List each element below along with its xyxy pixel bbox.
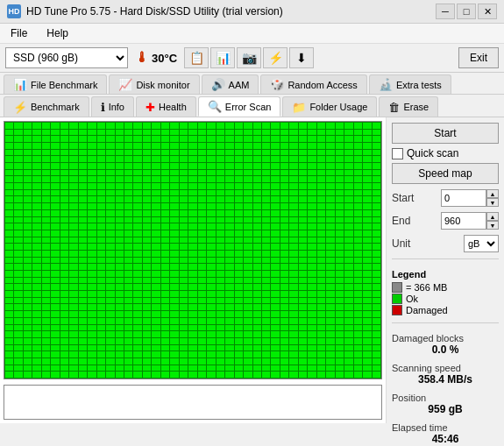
end-spin-buttons: ▲ ▼: [486, 212, 499, 230]
grid-cell: [97, 163, 105, 169]
grid-cell: [207, 358, 215, 365]
grid-cell: [344, 217, 352, 223]
tab-erase[interactable]: 🗑 Erase: [379, 96, 438, 117]
chart-icon-btn[interactable]: 📊: [210, 47, 235, 68]
grid-cell: [354, 183, 362, 189]
grid-cell: [79, 372, 87, 378]
quick-scan-checkbox[interactable]: [392, 148, 403, 159]
grid-cell: [289, 325, 297, 331]
grid-cell: [51, 150, 59, 156]
grid-cell: [143, 156, 151, 162]
tab-info[interactable]: ℹ Info: [91, 96, 134, 117]
grid-cell: [170, 264, 178, 270]
maximize-button[interactable]: □: [457, 4, 476, 19]
tab-benchmark[interactable]: ⚡ Benchmark: [4, 96, 89, 117]
grid-cell: [60, 358, 68, 365]
grid-cell: [299, 190, 307, 196]
grid-cell: [116, 156, 124, 162]
grid-cell: [217, 150, 224, 156]
exit-button[interactable]: Exit: [458, 47, 499, 68]
grid-cell: [88, 143, 96, 149]
grid-cell: [170, 230, 178, 237]
grid-cell: [180, 170, 188, 176]
grid-cell: [170, 304, 178, 310]
grid-cell: [262, 190, 270, 196]
grid-cell: [51, 278, 59, 284]
grid-cell: [170, 136, 178, 142]
grid-cell: [42, 237, 50, 244]
grid-cell: [106, 311, 114, 317]
grid-cell: [106, 150, 114, 156]
end-spin-down[interactable]: ▼: [486, 221, 499, 230]
grid-cell: [69, 210, 77, 216]
grid-cell: [14, 190, 22, 196]
grid-cell: [133, 210, 141, 216]
grid-cell: [133, 150, 141, 156]
copy-icon-btn[interactable]: 📋: [184, 47, 209, 68]
grid-cell: [262, 217, 270, 223]
grid-cell: [326, 258, 334, 264]
grid-cell: [180, 123, 188, 129]
close-button[interactable]: ✕: [478, 4, 497, 19]
grid-cell: [217, 217, 224, 223]
grid-cell: [32, 311, 40, 317]
grid-cell: [116, 143, 124, 149]
grid-cell: [5, 237, 13, 244]
start-param-input[interactable]: [441, 189, 486, 207]
grid-cell: [161, 156, 169, 162]
grid-cell: [262, 170, 270, 176]
tab-aam[interactable]: 🔊 AAM: [202, 74, 259, 94]
menu-file[interactable]: File: [5, 25, 32, 41]
disk-select[interactable]: SSD (960 gB): [5, 47, 128, 68]
speed-map-button[interactable]: Speed map: [392, 163, 499, 184]
grid-cell: [161, 123, 169, 129]
grid-cell: [180, 230, 188, 237]
grid-cell: [354, 331, 362, 337]
grid-cell: [354, 156, 362, 162]
start-spin-down[interactable]: ▼: [486, 198, 499, 207]
menu-help[interactable]: Help: [41, 25, 74, 41]
grid-cell: [42, 345, 50, 351]
grid-cell: [253, 338, 261, 344]
tab-disk-monitor[interactable]: 📈 Disk monitor: [109, 74, 199, 94]
grid-cell: [180, 358, 188, 365]
grid-cell: [198, 351, 206, 358]
tab-error-scan[interactable]: 🔍 Error Scan: [198, 96, 281, 117]
minimize-button[interactable]: ─: [436, 4, 455, 19]
tab-health[interactable]: ✚ Health: [136, 96, 196, 117]
end-spin-up[interactable]: ▲: [486, 212, 499, 221]
grid-cell: [116, 258, 124, 264]
grid-cell: [326, 365, 334, 372]
start-button[interactable]: Start: [392, 123, 499, 144]
grid-cell: [124, 278, 132, 284]
grid-cell: [354, 163, 362, 169]
grid-cell: [363, 130, 371, 136]
grid-cell: [42, 284, 50, 290]
grid-cell: [344, 156, 352, 162]
grid-cell: [336, 291, 344, 297]
start-spin-up[interactable]: ▲: [486, 189, 499, 198]
grid-cell: [133, 372, 141, 378]
grid-cell: [42, 291, 50, 297]
grid-cell: [271, 311, 279, 317]
download-icon-btn[interactable]: ⬇: [289, 47, 314, 68]
grid-cell: [317, 176, 325, 182]
grid-cell: [88, 338, 96, 344]
tab-random-access[interactable]: 🎲 Random Access: [260, 74, 366, 94]
grid-cell: [336, 278, 344, 284]
grid-cell: [97, 325, 105, 331]
lightning-icon-btn[interactable]: ⚡: [263, 47, 287, 68]
tab-extra-tests[interactable]: 🔬 Extra tests: [369, 74, 451, 94]
grid-cell: [198, 130, 206, 136]
tab-extra-tests-label: Extra tests: [396, 80, 442, 90]
tab-folder-usage[interactable]: 📁 Folder Usage: [282, 96, 377, 117]
tab-file-benchmark[interactable]: 📊 File Benchmark: [4, 74, 107, 94]
grid-cell: [280, 230, 288, 237]
grid-cell: [198, 203, 206, 209]
end-param-input[interactable]: [441, 212, 486, 230]
unit-select[interactable]: gB: [464, 235, 499, 252]
grid-cell: [24, 237, 32, 244]
grid-cell: [244, 223, 252, 230]
camera-icon-btn[interactable]: 📷: [237, 47, 261, 68]
grid-cell: [180, 318, 188, 324]
